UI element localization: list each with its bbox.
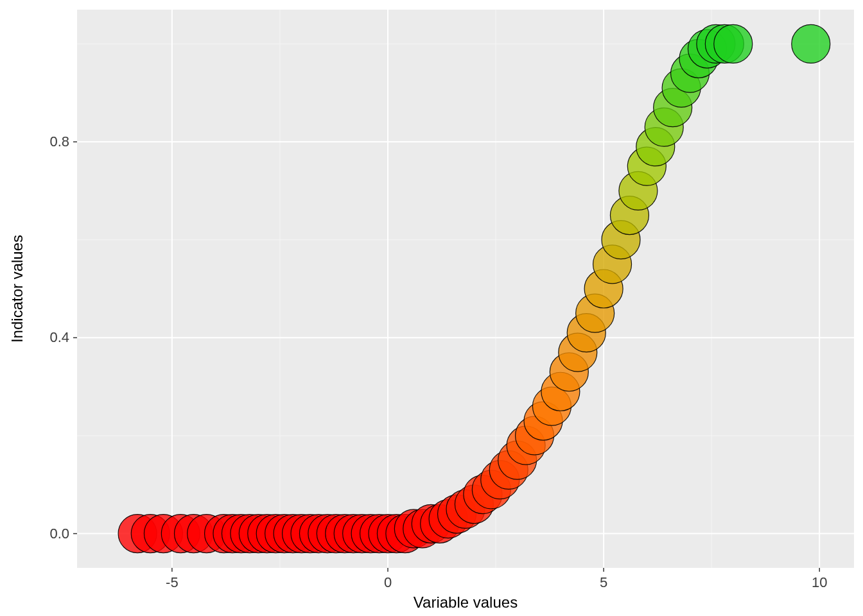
y-tick-label: 0.8: [49, 133, 69, 150]
y-tick-label: 0.0: [49, 526, 69, 542]
x-tick-label: -5: [166, 574, 179, 590]
x-axis-label: Variable values: [414, 594, 518, 611]
x-tick-label: 5: [600, 574, 607, 590]
x-tick-label: 0: [384, 574, 392, 590]
data-point: [792, 24, 830, 63]
chart-svg: -505100.00.40.8Variable valuesIndicator …: [0, 0, 863, 616]
x-tick-label: 10: [812, 574, 827, 590]
chart-container: -505100.00.40.8Variable valuesIndicator …: [0, 0, 863, 616]
plot-panel: [77, 10, 854, 568]
data-point: [714, 24, 753, 63]
y-axis-label: Indicator values: [8, 235, 26, 343]
y-tick-label: 0.4: [49, 329, 69, 345]
